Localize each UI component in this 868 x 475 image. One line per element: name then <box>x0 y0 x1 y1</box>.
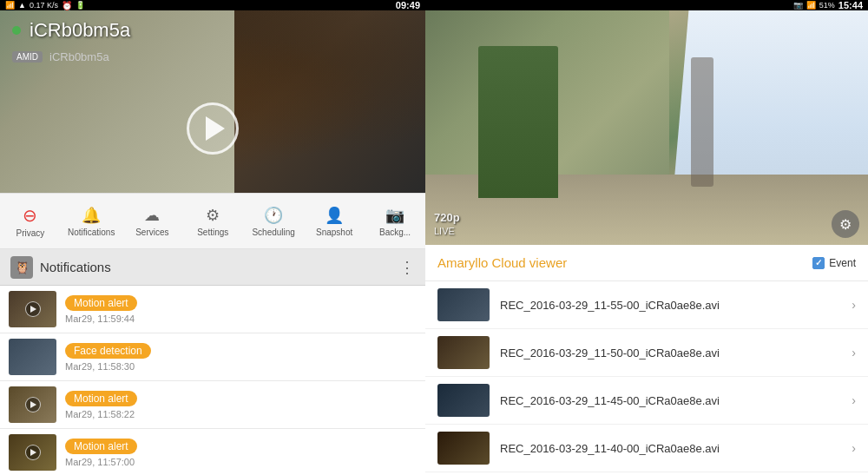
left-status-bar: 📶 ▲ 0.17 K/s ⏰ 🔋 09:49 <box>0 0 425 10</box>
app-logo: 🦉 <box>10 256 33 279</box>
privacy-icon: ⊖ <box>23 205 37 226</box>
nav-background-label: Backg... <box>379 228 411 237</box>
recording-item[interactable]: REC_2016-03-29_11-45-00_iCRa0ae8e.avi › <box>425 377 868 425</box>
notification-time: Mar29, 11:58:30 <box>65 361 417 372</box>
recording-filename: REC_2016-03-29_11-55-00_iCRa0ae8e.avi <box>500 299 841 312</box>
notification-list: Motion alert Mar29, 11:59:44 Face detect… <box>0 286 425 475</box>
notification-info: Face detection Mar29, 11:58:30 <box>65 342 417 372</box>
nav-services-label: Services <box>135 228 168 237</box>
nav-background[interactable]: 📷 Backg... <box>365 201 425 241</box>
battery-percent: 51% <box>819 1 835 10</box>
play-button[interactable] <box>187 102 239 155</box>
recording-filename: REC_2016-03-29_11-40-00_iCRa0ae8e.avi <box>500 442 841 455</box>
notification-section: 🦉 Notifications ⋮ Motion alert <box>0 249 425 475</box>
more-options-button[interactable]: ⋮ <box>399 258 415 277</box>
nav-scheduling-label: Scheduling <box>252 228 294 237</box>
checkmark-icon: ✓ <box>815 258 822 267</box>
cloud-viewer-header: Amaryllo Cloud viewer ✓ Event <box>425 245 868 281</box>
notification-info: Motion alert Mar29, 11:57:00 <box>65 438 417 467</box>
recording-item[interactable]: REC_2016-03-29_11-55-00_iCRa0ae8e.avi › <box>425 281 868 329</box>
recording-thumbnail <box>437 432 490 465</box>
notification-time: Mar29, 11:57:00 <box>65 457 417 467</box>
services-icon: ☁ <box>144 206 160 225</box>
chevron-right-icon: › <box>852 393 856 407</box>
notification-thumbnail <box>9 339 56 375</box>
recording-thumbnail <box>437 384 490 417</box>
amid-badge: AMID <box>12 51 43 63</box>
live-indicator: LIVE <box>434 226 460 236</box>
online-indicator <box>12 26 21 35</box>
recording-list: REC_2016-03-29_11-55-00_iCRa0ae8e.avi › … <box>425 281 868 475</box>
nav-services[interactable]: ☁ Services <box>122 201 182 241</box>
time-left: 09:49 <box>396 0 420 10</box>
play-icon <box>206 116 225 141</box>
alert-badge: Motion alert <box>65 295 137 311</box>
nav-snapshot-label: Snapshot <box>316 228 352 237</box>
nav-settings-label: Settings <box>197 228 228 237</box>
live-camera-overlay: 720p LIVE <box>434 211 460 236</box>
nav-privacy-label: Privacy <box>16 228 45 238</box>
notification-time: Mar29, 11:59:44 <box>65 313 417 324</box>
room-scene <box>425 10 868 245</box>
chevron-right-icon: › <box>852 441 856 455</box>
nav-notifications[interactable]: 🔔 Notifications <box>61 201 122 241</box>
recording-item[interactable]: REC_2016-03-29_11-50-00_iCRa0ae8e.avi › <box>425 329 868 377</box>
time-right: 15:44 <box>838 0 863 10</box>
chevron-right-icon: › <box>852 346 856 360</box>
event-checkbox[interactable]: ✓ <box>812 257 825 269</box>
notification-header: 🦉 Notifications ⋮ <box>0 249 425 286</box>
background-icon: 📷 <box>385 206 404 225</box>
navigation-bar: ⊖ Privacy 🔔 Notifications ☁ Services ⚙ S… <box>0 193 425 249</box>
alarm-icon: ⏰ <box>62 1 72 10</box>
right-status-bar: 📷 📶 51% 15:44 <box>425 0 868 10</box>
event-label: Event <box>829 257 856 269</box>
nav-scheduling[interactable]: 🕐 Scheduling <box>243 201 304 241</box>
event-filter[interactable]: ✓ Event <box>812 257 856 269</box>
nav-notifications-label: Notifications <box>68 228 115 237</box>
notification-title: Notifications <box>40 260 111 274</box>
scheduling-icon: 🕐 <box>264 206 283 225</box>
signal-icon: 📶 <box>806 1 816 10</box>
quality-indicator: 720p <box>434 211 460 224</box>
notification-info: Motion alert Mar29, 11:58:22 <box>65 390 417 419</box>
recording-filename: REC_2016-03-29_11-50-00_iCRa0ae8e.avi <box>500 346 841 360</box>
notifications-icon: 🔔 <box>82 206 101 225</box>
recording-thumbnail <box>437 288 490 321</box>
settings-icon: ⚙ <box>206 206 220 225</box>
nav-snapshot[interactable]: 👤 Snapshot <box>304 201 365 241</box>
snapshot-icon: 👤 <box>325 206 344 225</box>
nav-settings[interactable]: ⚙ Settings <box>182 201 243 241</box>
alert-badge: Motion alert <box>65 439 137 454</box>
recording-filename: REC_2016-03-29_11-45-00_iCRa0ae8e.avi <box>500 394 841 407</box>
recording-thumbnail <box>437 336 490 369</box>
notification-item[interactable]: Motion alert Mar29, 11:59:44 <box>0 286 425 333</box>
wifi-icon: ▲ <box>18 1 26 10</box>
camera-view: iCRb0bm5a AMID iCRb0bm5a <box>0 10 425 193</box>
notification-thumbnail <box>9 434 56 471</box>
camera-id: iCRb0bm5a <box>49 50 109 63</box>
live-settings-button[interactable]: ⚙ <box>832 210 859 238</box>
notification-item[interactable]: Face detection Mar29, 11:58:30 <box>0 333 425 381</box>
notification-thumbnail <box>9 386 56 423</box>
camera-icon-status: 📷 <box>793 1 803 10</box>
cloud-viewer: Amaryllo Cloud viewer ✓ Event REC_2016-0… <box>425 245 868 475</box>
camera-title: iCRb0bm5a <box>30 19 130 42</box>
status-icons-left: 📶 <box>5 1 15 10</box>
nav-privacy[interactable]: ⊖ Privacy <box>0 201 61 242</box>
alert-badge: Face detection <box>65 343 151 359</box>
chevron-right-icon: › <box>852 298 856 312</box>
notification-item[interactable]: Motion alert Mar29, 11:57:00 <box>0 429 425 475</box>
cloud-viewer-title: Amaryllo Cloud viewer <box>437 255 567 270</box>
notification-item[interactable]: Motion alert Mar29, 11:58:22 <box>0 381 425 429</box>
speed-indicator: 0.17 K/s <box>30 1 58 10</box>
alert-badge: Motion alert <box>65 391 137 406</box>
recording-item[interactable]: REC_2016-03-29_11-40-00_iCRa0ae8e.avi › <box>425 425 868 472</box>
live-camera-view: 720p LIVE ⚙ <box>425 10 868 245</box>
notification-thumbnail <box>9 291 56 327</box>
battery-left-icon: 🔋 <box>76 1 85 10</box>
notification-info: Motion alert Mar29, 11:59:44 <box>65 294 417 324</box>
notification-time: Mar29, 11:58:22 <box>65 409 417 419</box>
